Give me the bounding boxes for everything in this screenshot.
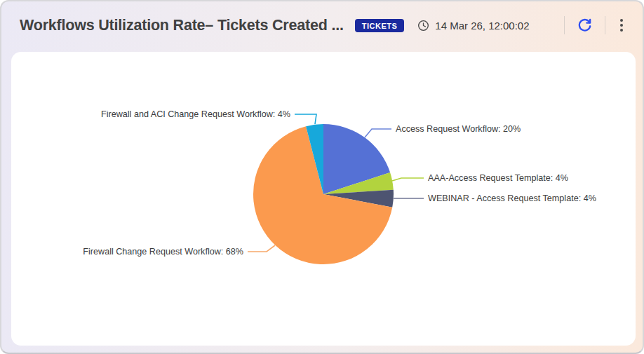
divider <box>564 16 565 34</box>
more-options-button[interactable] <box>616 16 627 34</box>
widget-header: Workflows Utilization Rate– Tickets Crea… <box>1 1 643 49</box>
tickets-badge: TICKETS <box>355 19 405 32</box>
kebab-icon <box>620 29 623 32</box>
refresh-button[interactable] <box>575 16 594 35</box>
timestamp-group: 14 Mar 26, 12:00:02 <box>417 19 529 32</box>
workflows-utilization-widget: Workflows Utilization Rate– Tickets Crea… <box>0 0 644 354</box>
kebab-icon <box>620 19 623 22</box>
divider <box>605 16 605 34</box>
refresh-icon <box>577 18 593 34</box>
widget-title: Workflows Utilization Rate– Tickets Crea… <box>20 17 344 34</box>
kebab-icon <box>620 24 623 27</box>
clock-icon <box>417 19 430 32</box>
timestamp-text: 14 Mar 26, 12:00:02 <box>435 20 529 32</box>
